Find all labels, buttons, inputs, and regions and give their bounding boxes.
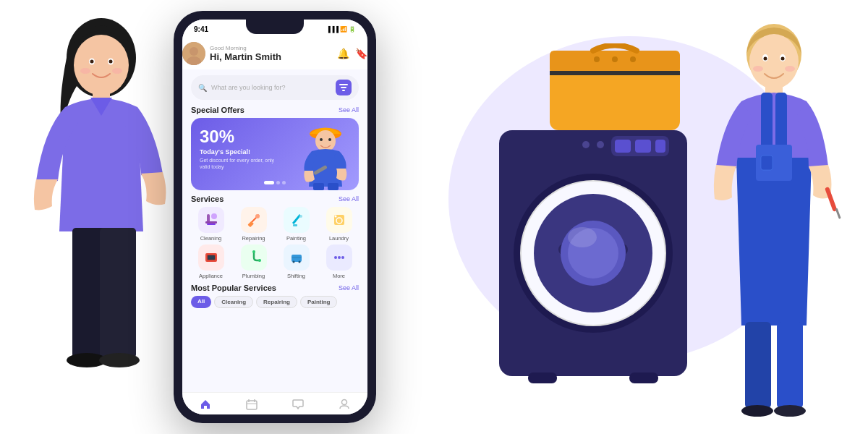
svg-rect-48 — [247, 401, 257, 409]
svg-point-61 — [597, 141, 604, 148]
services-see-all[interactable]: See All — [339, 195, 359, 203]
svg-point-88 — [781, 57, 785, 61]
svg-rect-42 — [292, 255, 302, 262]
svg-point-101 — [774, 405, 806, 417]
service-shifting[interactable]: Shifting — [276, 244, 316, 279]
chip-repairing[interactable]: Repairing — [256, 296, 297, 308]
svg-rect-97 — [835, 208, 841, 219]
svg-rect-81 — [528, 373, 557, 383]
status-time: 9:41 — [194, 25, 208, 33]
svg-rect-98 — [745, 322, 771, 409]
header-icons: 🔔 🔖 — [337, 48, 367, 59]
bookmark-icon[interactable]: 🔖 — [355, 48, 367, 59]
svg-point-89 — [753, 66, 763, 72]
svg-point-80 — [568, 227, 597, 247]
nav-chat[interactable] — [292, 399, 304, 410]
service-laundry[interactable]: Laundry — [319, 207, 359, 242]
nav-calendar[interactable] — [246, 399, 258, 410]
dot-3 — [282, 181, 286, 184]
shifting-icon — [289, 250, 304, 265]
nav-profile[interactable] — [339, 399, 350, 410]
svg-point-36 — [334, 216, 336, 218]
popular-header: Most Popular Services See All — [191, 284, 359, 292]
search-bar[interactable]: 🔍 What are you looking for? — [191, 75, 359, 100]
signal-icon: ▐▐▐ — [326, 26, 339, 33]
header-left: Good Morning Hi, Martin Smith — [182, 42, 281, 65]
popular-see-all[interactable]: See All — [339, 284, 359, 292]
more-icon — [332, 250, 346, 265]
profile-icon — [339, 399, 350, 410]
svg-point-52 — [342, 400, 347, 405]
greeting-text: Good Morning — [210, 45, 281, 51]
repairing-icon — [247, 213, 261, 227]
filter-chips: All Cleaning Repairing Painting — [191, 296, 359, 308]
services-header: Services See All — [191, 195, 359, 203]
svg-point-1 — [74, 35, 129, 95]
svg-point-84 — [749, 34, 799, 89]
dot-1 — [264, 181, 274, 184]
painting-icon-bg — [284, 207, 310, 233]
svg-rect-18 — [342, 90, 345, 91]
appliance-icon — [204, 250, 218, 265]
svg-point-58 — [630, 56, 636, 62]
svg-point-29 — [211, 213, 217, 219]
battery-icon: 🔋 — [349, 26, 356, 33]
service-cleaning[interactable]: Cleaning — [191, 207, 231, 242]
appliance-icon-bg — [198, 244, 224, 271]
offer-card[interactable]: 30% Today's Special! Get discount for ev… — [191, 118, 359, 190]
search-placeholder: What are you looking for? — [211, 84, 331, 91]
app-header: Good Morning Hi, Martin Smith 🔔 🔖 — [182, 36, 367, 69]
plumbing-icon-bg — [241, 244, 267, 271]
service-plumbing[interactable]: Plumbing — [234, 244, 273, 279]
svg-point-90 — [785, 66, 795, 72]
status-icons: ▐▐▐ 📶 🔋 — [326, 26, 356, 33]
svg-rect-66 — [655, 140, 665, 153]
more-icon-bg — [326, 244, 352, 271]
bottom-nav — [182, 392, 367, 414]
service-painting[interactable]: Painting — [276, 207, 316, 242]
svg-rect-10 — [100, 228, 136, 358]
phone-notch — [246, 20, 304, 34]
svg-rect-25 — [328, 183, 339, 190]
svg-rect-95 — [761, 156, 773, 170]
shifting-icon-bg — [284, 244, 310, 271]
chip-all[interactable]: All — [191, 296, 211, 308]
service-repairing[interactable]: Repairing — [234, 207, 273, 242]
cleaning-icon — [204, 213, 218, 227]
chip-cleaning[interactable]: Cleaning — [214, 296, 253, 308]
svg-point-20 — [315, 130, 336, 152]
chat-icon — [292, 399, 304, 410]
plumbing-label: Plumbing — [242, 273, 265, 279]
chip-painting[interactable]: Painting — [300, 296, 338, 308]
svg-rect-30 — [247, 221, 253, 227]
svg-point-43 — [292, 261, 294, 263]
svg-point-21 — [320, 138, 323, 141]
avatar — [182, 42, 205, 65]
svg-rect-24 — [313, 183, 324, 190]
filter-icon — [339, 84, 348, 91]
filter-button[interactable] — [336, 80, 352, 95]
svg-rect-55 — [550, 71, 680, 75]
special-offers-see-all[interactable]: See All — [339, 106, 359, 114]
shifting-label: Shifting — [287, 273, 305, 279]
svg-point-100 — [741, 405, 773, 417]
svg-point-41 — [258, 259, 261, 262]
notification-icon[interactable]: 🔔 — [337, 48, 349, 59]
svg-point-60 — [582, 141, 590, 148]
painting-label: Painting — [286, 235, 306, 242]
svg-rect-16 — [339, 84, 348, 85]
cleaning-label: Cleaning — [200, 235, 222, 242]
wifi-icon: 📶 — [340, 26, 347, 33]
svg-point-40 — [252, 250, 255, 253]
service-appliance[interactable]: Appliance — [191, 244, 231, 279]
repairing-label: Repairing — [242, 235, 265, 242]
svg-point-44 — [298, 261, 300, 263]
offer-description: Get discount for every order, only valid… — [200, 157, 279, 170]
greeting-block: Good Morning Hi, Martin Smith — [210, 45, 281, 62]
nav-home[interactable] — [200, 399, 211, 410]
service-more[interactable]: More — [319, 244, 359, 279]
svg-rect-27 — [205, 221, 217, 224]
svg-point-31 — [255, 214, 260, 218]
svg-point-33 — [299, 215, 302, 218]
phone-screen: 9:41 ▐▐▐ 📶 🔋 — [182, 20, 367, 414]
